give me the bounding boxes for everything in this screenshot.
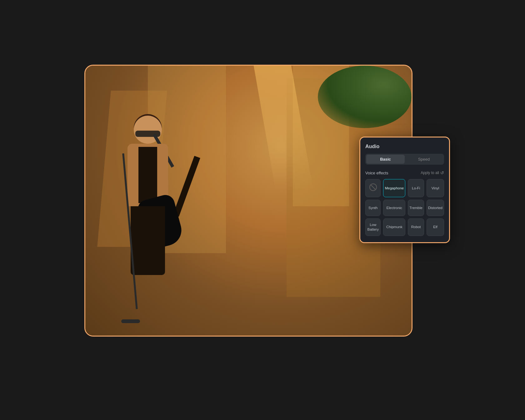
effect-synth[interactable]: Synth [365, 200, 381, 216]
scene: Audio Basic Speed Voice effects Apply to… [75, 46, 450, 374]
apply-all-label: Apply to all [421, 171, 439, 175]
reset-icon: ↺ [440, 170, 444, 175]
audio-panel: Audio Basic Speed Voice effects Apply to… [359, 137, 450, 243]
effect-none[interactable] [365, 179, 381, 197]
effect-low-battery-label: Low Battery [367, 222, 379, 232]
effect-electronic[interactable]: Electronic [383, 200, 405, 216]
effect-tremble-label: Tremble [409, 206, 422, 210]
effect-elf-label: Elf [433, 225, 437, 229]
effect-megaphone[interactable]: Megaphone [383, 179, 405, 197]
mic-stand-base [121, 319, 140, 323]
effect-tremble[interactable]: Tremble [408, 200, 424, 216]
apply-to-all[interactable]: Apply to all ↺ [421, 170, 444, 175]
effect-vinyl[interactable]: Vinyl [427, 179, 444, 197]
performer-shirt [138, 147, 157, 203]
effect-chipmunk[interactable]: Chipmunk [383, 218, 405, 236]
no-effect-icon [369, 183, 377, 193]
tab-basic[interactable]: Basic [366, 155, 405, 164]
effect-robot[interactable]: Robot [408, 218, 424, 236]
effect-lofi-label: Lo-Fi [412, 186, 420, 191]
section-header: Voice effects Apply to all ↺ [365, 170, 444, 175]
svg-line-1 [371, 185, 376, 190]
effect-elf[interactable]: Elf [427, 218, 444, 236]
performer-legs [131, 206, 165, 275]
panel-title: Audio [365, 144, 444, 149]
effects-grid: Megaphone Lo-Fi Vinyl Synth Electronic T… [365, 179, 444, 236]
voice-effects-label: Voice effects [365, 171, 388, 175]
effect-electronic-label: Electronic [387, 206, 402, 210]
effect-chipmunk-label: Chipmunk [386, 225, 402, 229]
effect-low-battery[interactable]: Low Battery [365, 218, 381, 236]
tab-speed[interactable]: Speed [405, 155, 443, 164]
tab-row: Basic Speed [365, 154, 444, 165]
effect-synth-label: Synth [368, 206, 378, 210]
effect-vinyl-label: Vinyl [432, 186, 439, 191]
tree-area [318, 66, 412, 128]
effect-megaphone-label: Megaphone [385, 186, 404, 191]
effect-robot-label: Robot [411, 225, 421, 229]
effect-lofi[interactable]: Lo-Fi [408, 179, 424, 197]
effect-distorted-label: Distorted [428, 206, 442, 210]
effect-distorted[interactable]: Distorted [427, 200, 444, 216]
